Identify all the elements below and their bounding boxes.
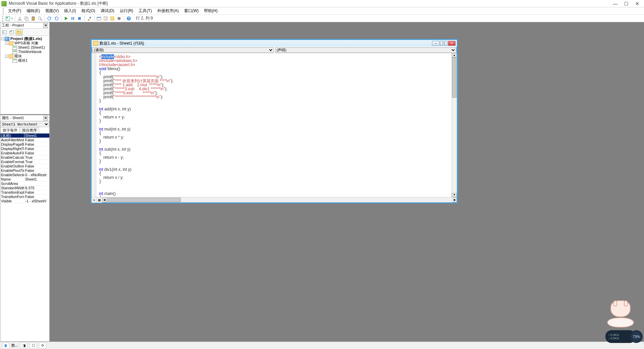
code-maximize-button[interactable]: ☐ — [440, 41, 447, 46]
menu-help[interactable]: 帮助(H) — [202, 7, 220, 14]
svg-rect-12 — [78, 17, 81, 20]
properties-panel-close-icon[interactable]: ✕ — [43, 116, 48, 120]
view-object-icon[interactable] — [8, 29, 15, 35]
tb-stop-icon[interactable] — [76, 15, 83, 21]
menu-file[interactable]: 文件(F) — [6, 7, 23, 14]
svg-rect-17 — [111, 17, 114, 20]
project-tree[interactable]: -Project (数据1.xls) -WPS表格 对象 Sheet1 (She… — [0, 36, 49, 114]
percent-widget[interactable]: 73% — [630, 330, 643, 343]
tb-project-icon[interactable] — [96, 15, 102, 21]
project-panel-close-icon[interactable]: ✕ — [43, 23, 48, 28]
code-window-icon — [93, 41, 98, 46]
property-row[interactable]: EnableCalculatTrue — [0, 155, 49, 160]
title-bar: Microsoft Visual Basic for Applications … — [0, 0, 644, 7]
tb-browser-icon[interactable] — [109, 15, 115, 21]
code-close-button[interactable]: ✕ — [448, 41, 455, 46]
sb-item-4[interactable]: ⟳ — [39, 343, 46, 349]
property-row[interactable]: ScrollArea — [0, 182, 49, 186]
svg-rect-7 — [33, 16, 34, 17]
property-row[interactable]: EnableOutlininFalse — [0, 164, 49, 168]
tb-break-icon[interactable] — [70, 15, 76, 21]
svg-text:?: ? — [128, 17, 130, 20]
procedure-view-button[interactable]: ≡ — [92, 197, 97, 203]
property-row[interactable]: DisplayRightToFalse — [0, 147, 49, 151]
menu-addins[interactable]: 外接程序(A) — [155, 7, 181, 14]
property-row[interactable]: DisplayPageBreFalse — [0, 142, 49, 147]
svg-rect-13 — [90, 17, 91, 18]
property-row[interactable]: AutoFilterModeFalse — [0, 138, 49, 142]
property-row[interactable]: TransitionFormFalse — [0, 195, 49, 199]
property-row[interactable]: EnableFormatCoTrue — [0, 160, 49, 164]
tb-find-icon[interactable] — [37, 15, 43, 21]
property-row[interactable]: TransitionExpEFalse — [0, 190, 49, 195]
properties-panel: 属性 - Sheet1 ✕ Sheet1 Worksheet 按字母序 按分类序… — [0, 114, 50, 342]
minimize-button[interactable]: — — [613, 1, 618, 6]
tb-toolbox-icon[interactable] — [116, 15, 122, 21]
property-row[interactable]: Visible-1 - xlSheetV — [0, 199, 49, 203]
sb-label: 数... — [11, 343, 18, 348]
desktop-mascot[interactable] — [604, 299, 637, 329]
tree-group-modules[interactable]: 模块 — [14, 54, 22, 58]
sb-item-2[interactable]: ◨ — [20, 343, 28, 349]
menu-edit[interactable]: 编辑(E) — [24, 7, 42, 14]
property-row[interactable]: EnableAutoFiltFalse — [0, 151, 49, 155]
code-margin[interactable] — [92, 53, 96, 197]
property-row[interactable]: StandardWidth8.375 — [0, 186, 49, 190]
tb-undo-icon[interactable] — [47, 15, 53, 21]
tb-run-icon[interactable] — [63, 15, 69, 21]
code-editor[interactable]: #include<stdio.h> #include<windows.h> //… — [96, 53, 451, 197]
property-row[interactable]: NameSheet1 — [0, 177, 49, 182]
close-button[interactable]: ✕ — [635, 1, 639, 6]
tree-group-objects[interactable]: WPS表格 对象 — [14, 41, 39, 45]
tree-item-thisworkbook[interactable]: ThisWorkbook — [18, 50, 42, 54]
menu-format[interactable]: 格式(O) — [79, 7, 97, 14]
status-bar: 数... ◨ ☐ ⟳ — [0, 342, 644, 349]
tb-redo-icon[interactable] — [53, 15, 59, 21]
property-row[interactable]: (名称)Sheet1 — [0, 134, 49, 138]
menu-insert[interactable]: 插入(I) — [62, 7, 78, 14]
tb-copy-icon[interactable] — [23, 15, 30, 21]
code-vertical-scrollbar[interactable]: ▲ ▼ — [451, 53, 457, 197]
code-window-title: 数据1.xls - Sheet1 (代码) — [100, 41, 144, 46]
menu-debug[interactable]: 调试(D) — [99, 7, 116, 14]
menu-run[interactable]: 运行(R) — [118, 7, 136, 14]
code-horizontal-scrollbar[interactable]: ◀ ▶ — [102, 197, 457, 202]
procedure-dropdown[interactable]: (声明) — [275, 47, 457, 53]
tab-alphabetic[interactable]: 按字母序 — [0, 127, 20, 133]
view-code-icon[interactable] — [1, 29, 8, 35]
project-panel-title: 工程 - Project — [2, 23, 24, 28]
properties-grid[interactable]: (名称)Sheet1AutoFilterModeFalseDisplayPage… — [0, 134, 49, 203]
tb-properties-icon[interactable] — [103, 15, 109, 21]
tree-root[interactable]: Project (数据1.xls) — [10, 37, 42, 41]
toggle-folders-icon[interactable] — [16, 29, 22, 35]
object-dropdown[interactable]: (通用) — [92, 47, 274, 53]
full-module-view-button[interactable]: ▦ — [97, 197, 102, 203]
code-window: 数据1.xls - Sheet1 (代码) ─ ☐ ✕ (通用) (声明) #i… — [91, 39, 458, 203]
tb-kso-icon[interactable] — [5, 15, 11, 21]
menu-tools[interactable]: 工具(T) — [137, 7, 154, 14]
property-row[interactable]: EnableSelectio0 - xlNoRestr — [0, 173, 49, 177]
properties-panel-title: 属性 - Sheet1 — [2, 115, 24, 120]
properties-object-select[interactable]: Sheet1 Worksheet — [0, 121, 49, 127]
tree-item-module1[interactable]: 模块1 — [18, 58, 28, 63]
sb-item-3[interactable]: ☐ — [30, 343, 37, 349]
cursor-position: 行 2, 列 9 — [136, 15, 153, 21]
tab-categorized[interactable]: 按分类序 — [20, 127, 39, 133]
svg-point-8 — [38, 17, 41, 19]
tb-design-icon[interactable] — [86, 15, 92, 21]
svg-rect-5 — [26, 18, 28, 20]
svg-rect-11 — [73, 17, 74, 20]
toolbar: ▾ ? 行 2, 列 9 — [0, 15, 644, 22]
tb-paste-icon[interactable] — [30, 15, 36, 21]
menu-view[interactable]: 视图(V) — [43, 7, 61, 14]
code-minimize-button[interactable]: ─ — [432, 41, 439, 46]
sb-item-1[interactable] — [2, 343, 9, 349]
menu-window[interactable]: 窗口(W) — [182, 7, 201, 14]
tb-cut-icon[interactable] — [17, 15, 23, 21]
property-row[interactable]: EnablePivotTabFalse — [0, 168, 49, 173]
svg-rect-1 — [6, 17, 8, 18]
svg-rect-22 — [10, 31, 12, 32]
maximize-button[interactable]: ☐ — [624, 1, 629, 6]
tree-item-sheet1[interactable]: Sheet1 (Sheet1) — [18, 45, 45, 50]
tb-help-icon[interactable]: ? — [126, 15, 132, 21]
